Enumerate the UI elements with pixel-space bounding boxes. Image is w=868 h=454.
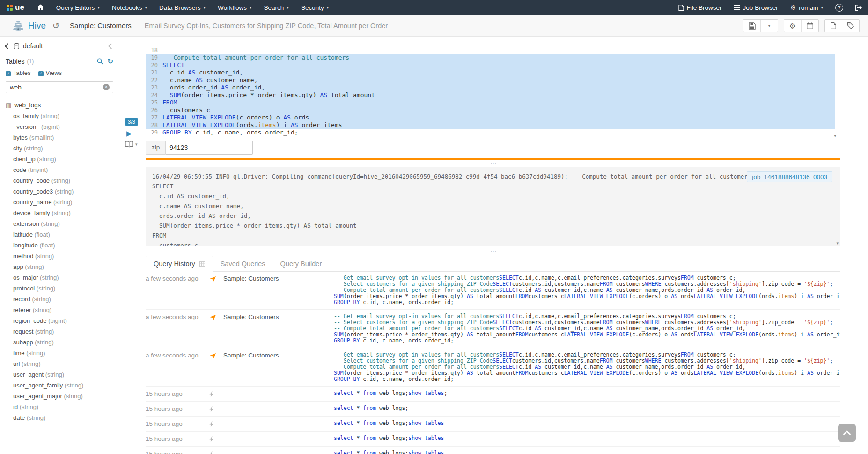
column-item[interactable]: protocol (string)	[13, 283, 119, 294]
search-icon[interactable]	[97, 58, 103, 65]
save-button[interactable]	[743, 20, 760, 32]
column-item[interactable]: country_code3 (string)	[13, 186, 119, 197]
refresh-icon[interactable]: ↻	[107, 57, 113, 66]
column-item[interactable]: code (tinyint)	[13, 164, 119, 175]
table-entry-web-logs[interactable]: ▦ web_logs	[0, 96, 119, 111]
tab-saved-queries[interactable]: Saved Queries	[213, 256, 273, 271]
hue-logo[interactable]: ue	[0, 0, 31, 15]
editor-line[interactable]: 26 customers c	[146, 106, 835, 114]
editor-line[interactable]: 22 c.name AS customer_name,	[146, 76, 835, 84]
editor-line[interactable]: 20SELECT	[146, 61, 835, 69]
home-button[interactable]	[31, 0, 50, 15]
hive-logo-icon	[12, 20, 24, 31]
column-item[interactable]: url (string)	[13, 358, 119, 369]
table-search-input[interactable]	[6, 81, 113, 93]
editor-line[interactable]: 25FROM	[146, 99, 835, 106]
filter-views-checkbox[interactable]: ✓Views	[38, 69, 62, 76]
line-number: 27	[146, 114, 162, 121]
tag-button[interactable]	[842, 20, 859, 32]
file-browser-button[interactable]: File Browser	[672, 0, 728, 15]
scroll-to-top-button[interactable]	[838, 424, 856, 442]
column-item[interactable]: date (string)	[13, 412, 119, 423]
tab-query-history[interactable]: Query History	[146, 256, 213, 272]
menu-security[interactable]: Security▾	[295, 0, 335, 15]
column-item[interactable]: client_ip (string)	[13, 154, 119, 164]
database-name[interactable]: default	[23, 42, 43, 50]
execute-button[interactable]: ▶	[126, 130, 132, 137]
clear-search-icon[interactable]: ×	[103, 84, 110, 90]
editor-line[interactable]: 28LATERAL VIEW EXPLODE(ords.items) i AS …	[146, 121, 835, 129]
editor-line[interactable]: 29GROUP BY c.id, c.name, ords.order_id;	[146, 129, 835, 136]
back-arrow-icon[interactable]	[5, 43, 11, 49]
column-item[interactable]: referer (string)	[13, 305, 119, 315]
collapse-assist-icon[interactable]	[108, 43, 114, 49]
tab-query-builder[interactable]: Query Builder	[273, 256, 330, 271]
editor-line[interactable]: 23 ords.order_id AS order_id,	[146, 84, 835, 91]
editor-line[interactable]: 18	[146, 46, 835, 54]
column-item[interactable]: subapp (string)	[13, 337, 119, 348]
history-row[interactable]: 15 hours ago select * from web_logs;show…	[146, 387, 840, 402]
column-type: (string)	[22, 145, 43, 152]
resize-handle[interactable]: ⋯	[119, 248, 868, 254]
editor-line[interactable]: 24 SUM(order_items.price * order_items.q…	[146, 91, 835, 99]
column-item[interactable]: bytes (smallint)	[13, 132, 119, 143]
log-scroll-down-icon[interactable]: ▾	[836, 241, 839, 246]
user-menu[interactable]: ⚙ romain ▾	[784, 0, 829, 15]
menu-search[interactable]: Search▾	[258, 0, 295, 15]
menu-query-editors[interactable]: Query Editors▾	[50, 0, 106, 15]
code-editor[interactable]: ▾ 1819-- Compute total amount per order …	[146, 46, 835, 136]
history-row[interactable]: a few seconds ago Sample: Customers-- Ge…	[146, 348, 840, 387]
job-browser-button[interactable]: Job Browser	[728, 0, 784, 15]
history-row[interactable]: 15 hours ago select * from web_logs;	[146, 402, 840, 417]
editor-scroll-down-icon[interactable]: ▾	[834, 134, 836, 138]
resize-handle[interactable]: ⋯	[119, 160, 868, 166]
save-dropdown-button[interactable]: ▾	[760, 20, 778, 32]
column-item[interactable]: country_code (string)	[13, 175, 119, 186]
column-item[interactable]: _version_ (bigint)	[13, 121, 119, 132]
history-row[interactable]: a few seconds ago Sample: Customers-- Ge…	[146, 310, 840, 348]
menu-data-browsers[interactable]: Data Browsers▾	[153, 0, 212, 15]
column-item[interactable]: request (string)	[13, 326, 119, 337]
column-item[interactable]: user_agent (string)	[13, 369, 119, 380]
query-history-icon[interactable]: ↺	[52, 21, 59, 31]
column-item[interactable]: user_agent_family (string)	[13, 380, 119, 391]
menu-notebooks[interactable]: Notebooks▾	[106, 0, 153, 15]
schedule-button[interactable]	[801, 20, 818, 32]
tables-header-label: Tables	[6, 58, 24, 65]
column-item[interactable]: time (string)	[13, 348, 119, 358]
logout-button[interactable]	[849, 0, 868, 15]
variable-value-input[interactable]	[166, 141, 253, 155]
history-row[interactable]: 15 hours ago select * from web_logs;show…	[146, 417, 840, 432]
sql-line: SUM(order_items.price * order_items.qty)…	[334, 332, 840, 338]
column-item[interactable]: app (string)	[13, 261, 119, 272]
settings-button[interactable]: ⚙	[784, 20, 801, 32]
help-button[interactable]: ?	[829, 0, 849, 15]
filter-tables-checkbox[interactable]: ✓Tables	[6, 69, 31, 76]
column-item[interactable]: latitude (float)	[13, 229, 119, 240]
new-query-button[interactable]	[825, 20, 842, 32]
column-item[interactable]: country_name (string)	[13, 197, 119, 208]
column-item[interactable]: device_family (string)	[13, 208, 119, 218]
column-item[interactable]: os_family (string)	[13, 111, 119, 121]
column-item[interactable]: city (string)	[13, 143, 119, 154]
sql-token: *	[353, 435, 363, 441]
column-item[interactable]: id (string)	[13, 402, 119, 412]
editor-line[interactable]: 27LATERAL VIEW EXPLODE(c.orders) o AS or…	[146, 114, 835, 121]
menu-workflows[interactable]: Workflows▾	[212, 0, 258, 15]
docs-dropdown-button[interactable]: ▾	[125, 141, 138, 148]
sql-token: select	[334, 420, 353, 426]
column-item[interactable]: record (string)	[13, 294, 119, 305]
column-item[interactable]: region_code (bigint)	[13, 315, 119, 326]
column-item[interactable]: longitude (float)	[13, 240, 119, 251]
column-item[interactable]: method (string)	[13, 251, 119, 261]
history-row[interactable]: 15 hours ago select * from web_logs;show…	[146, 447, 840, 454]
app-switcher[interactable]: Hive	[0, 20, 46, 31]
editor-line[interactable]: 19-- Compute total amount per order for …	[146, 54, 835, 61]
job-link[interactable]: job_1461888648136_0003	[747, 171, 832, 182]
history-row[interactable]: 15 hours ago select * from web_logs;show…	[146, 432, 840, 447]
column-item[interactable]: user_agent_major (string)	[13, 391, 119, 402]
history-row[interactable]: a few seconds ago Sample: Customers-- Ge…	[146, 271, 840, 310]
column-item[interactable]: extension (string)	[13, 218, 119, 229]
column-item[interactable]: os_major (string)	[13, 272, 119, 283]
editor-line[interactable]: 21 c.id AS customer_id,	[146, 69, 835, 76]
